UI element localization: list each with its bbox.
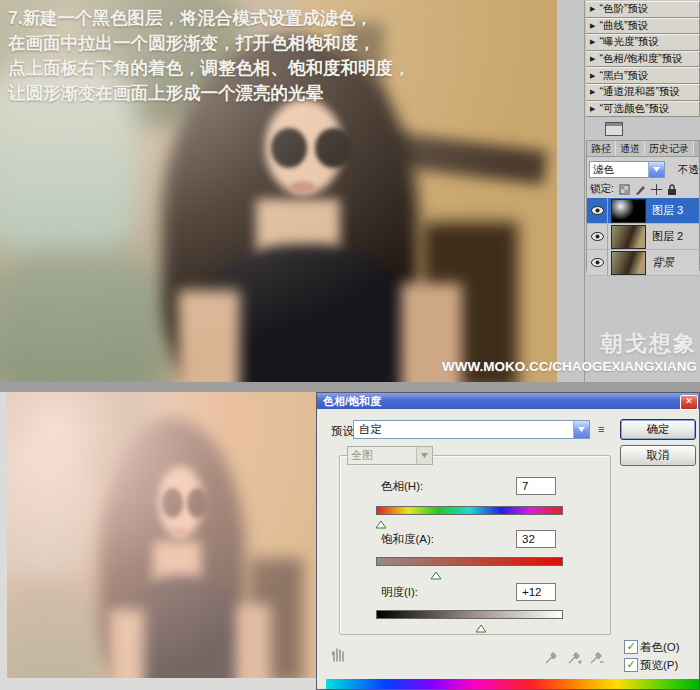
cancel-button[interactable]: 取消 [620,445,696,466]
preset-item-black-white[interactable]: ▶ “黑白”预设 [586,67,700,84]
blend-mode-row: 滤色 不透 [587,157,699,180]
panel-footer-bar [585,118,700,140]
ok-button[interactable]: 确定 [620,419,696,440]
adjustments-preset-list: ▶ “色阶”预设 ▶ “曲线”预设 ▶ “曝光度”预设 ▶ “色相/饱和度”预设… [586,1,700,117]
layer-thumbnail-gradient[interactable] [611,199,646,223]
lock-paint-icon[interactable] [635,184,646,195]
preset-item-exposure[interactable]: ▶ “曝光度”预设 [586,34,700,51]
layer-row-background[interactable]: 背景 [587,250,699,276]
eyedropper-minus-icon [589,649,604,669]
tutorial-line: 在画面中拉出一个圆形渐变，打开色相饱和度， [8,31,411,56]
saturation-slider-handle[interactable] [431,566,442,584]
watermark-url: WWW.MOKO.CC/CHAOGEXIANGXIANG [442,359,697,374]
expand-arrow-icon[interactable]: ▶ [590,55,595,63]
preset-item-channel-mixer[interactable]: ▶ “通道混和器”预设 [586,84,700,101]
visibility-cell[interactable] [587,224,608,249]
hue-label: 色相(H): [381,479,423,494]
preset-item-label: “色相/饱和度”预设 [599,52,682,66]
tutorial-line: 点上面板右下角的着色，调整色相、饱和度和明度， [8,56,411,81]
channel-select-disabled: 全图 [347,446,433,465]
lock-transparency-icon[interactable] [619,184,630,195]
preset-item-label: “可选颜色”预设 [599,102,669,116]
tutorial-text: 7.新建一个黑色图层，将混合模式设置成滤色， 在画面中拉出一个圆形渐变，打开色相… [8,6,411,106]
preset-value: 自定 [354,422,573,437]
hue-saturation-dialog: 色相/饱和度 ✕ 预设(E): 自定 ≡ 确定 取消 全图 色相(H): 7 饱… [316,392,700,690]
dialog-title[interactable]: 色相/饱和度 [317,393,699,409]
preview-label: 预览(P) [640,658,678,673]
lock-all-icon[interactable] [667,184,677,195]
panel-switch-icon[interactable] [605,122,623,136]
preset-item-hue-saturation[interactable]: ▶ “色相/饱和度”预设 [586,51,700,68]
chevron-down-icon[interactable] [648,162,664,177]
visibility-cell[interactable] [587,198,608,223]
opacity-label: 不透 [678,163,699,177]
preset-item-levels[interactable]: ▶ “色阶”预设 [586,1,700,18]
tutorial-line: 让圆形渐变在画面上形成一个漂亮的光晕 [8,81,411,106]
expand-arrow-icon[interactable]: ▶ [590,22,595,30]
preset-item-label: “色阶”预设 [599,2,648,16]
layers-panel: 路径 通道 历史记录 滤色 不透 锁定: [586,140,700,271]
tab-channels[interactable]: 通道 [616,141,645,156]
saturation-label: 饱和度(A): [381,532,434,547]
lock-icons [619,184,677,195]
lock-move-icon[interactable] [651,184,662,195]
eye-icon[interactable] [591,258,604,267]
channel-value: 全图 [348,448,416,463]
blend-mode-value: 滤色 [590,163,648,177]
visibility-cell[interactable] [587,250,608,275]
saturation-slider-bar[interactable] [376,557,563,566]
section-divider [0,382,700,392]
hue-input[interactable]: 7 [516,477,556,495]
expand-arrow-icon[interactable]: ▶ [590,72,595,80]
watermark: 朝戈想象 WWW.MOKO.CC/CHAOGEXIANGXIANG [442,329,697,374]
hue-slider-bar[interactable] [376,506,563,515]
preset-item-curves[interactable]: ▶ “曲线”预设 [586,18,700,35]
saturation-input[interactable]: 32 [516,530,556,548]
colorize-checkbox[interactable]: ✓ [624,640,638,654]
preset-item-selective-color[interactable]: ▶ “可选颜色”预设 [586,101,700,118]
colorize-label: 着色(O) [640,640,680,655]
tutorial-line: 7.新建一个黑色图层，将混合模式设置成滤色， [8,6,411,31]
layer-name: 图层 3 [652,203,683,218]
close-icon[interactable]: ✕ [680,395,698,410]
lock-row: 锁定: [587,180,699,198]
expand-arrow-icon[interactable]: ▶ [590,38,595,46]
scrub-hand-icon [329,643,349,667]
tab-history[interactable]: 历史记录 [645,141,694,156]
blend-mode-select[interactable]: 滤色 [589,161,665,178]
eyedropper-plus-icon [567,649,582,669]
watermark-brand: 朝戈想象 [442,329,697,359]
layer-thumbnail-photo[interactable] [611,225,646,249]
layer-row-layer3[interactable]: 图层 3 [587,198,699,224]
right-panel: ▶ “色阶”预设 ▶ “曲线”预设 ▶ “曝光度”预设 ▶ “色相/饱和度”预设… [584,0,700,382]
lightness-slider-bar[interactable] [376,610,563,619]
expand-arrow-icon[interactable]: ▶ [590,88,595,96]
eye-icon[interactable] [591,232,604,241]
preset-select[interactable]: 自定 [353,420,590,439]
tab-paths[interactable]: 路径 [587,141,616,156]
expand-arrow-icon[interactable]: ▶ [590,105,595,113]
layers-panel-tabs: 路径 通道 历史记录 [587,141,699,157]
expand-arrow-icon[interactable]: ▶ [590,5,595,13]
hue-slider-handle[interactable] [375,515,386,533]
eyedropper-icon [544,649,559,669]
eye-icon[interactable] [591,206,604,215]
hue-spectrum-bar [326,679,699,690]
lightness-label: 明度(I): [381,585,418,600]
layer-row-layer2[interactable]: 图层 2 [587,224,699,250]
layer-name: 图层 2 [652,229,683,244]
layer-thumbnail-photo[interactable] [611,251,646,275]
lock-label: 锁定: [590,182,614,196]
preset-item-label: “曲线”预设 [599,19,648,33]
preset-options-icon[interactable]: ≡ [598,423,603,435]
preview-checkbox[interactable]: ✓ [624,658,638,672]
preset-item-label: “曝光度”预设 [599,35,659,49]
light-wash-overlay [7,392,325,678]
photo-processed [7,392,325,678]
layer-name: 背景 [652,255,674,270]
channel-groupbox [339,455,611,635]
lightness-input[interactable]: +12 [516,583,556,601]
chevron-down-icon[interactable] [573,421,589,438]
lightness-slider-handle[interactable] [475,619,486,637]
preset-item-label: “黑白”预设 [599,69,648,83]
